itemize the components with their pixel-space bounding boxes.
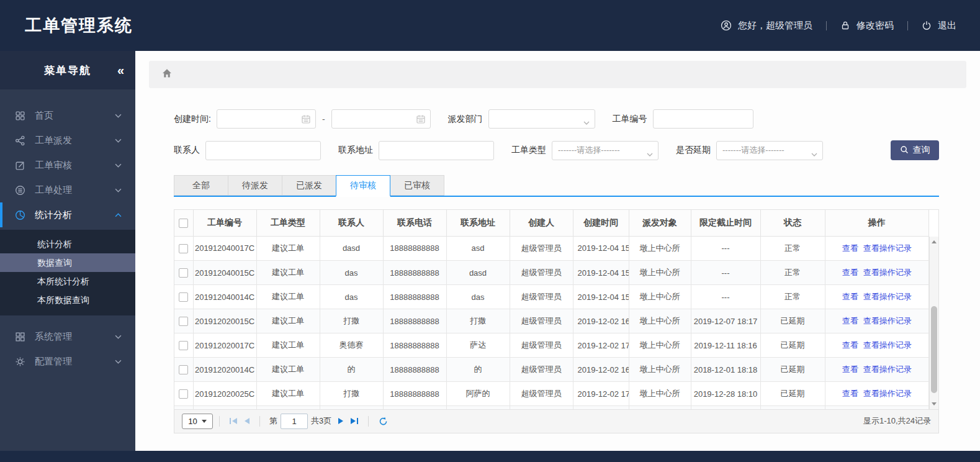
cell-created [573, 406, 629, 409]
sidebar-item-dispatch[interactable]: 工单派发 [0, 128, 135, 153]
view-link[interactable]: 查看 [842, 340, 858, 350]
cell-order-no: 201912020025C [193, 382, 256, 406]
table-scrollbar[interactable] [929, 237, 938, 409]
sidebar-item-stats[interactable]: 统计分析 [0, 202, 135, 227]
collapse-sidebar-button[interactable]: « [117, 63, 123, 78]
cell-phone: 18888888888 [383, 285, 446, 309]
cell-address: 阿萨的 [446, 382, 510, 406]
next-page-button[interactable] [335, 418, 347, 424]
cell-creator [510, 406, 573, 409]
chevron-down-icon [811, 149, 817, 158]
scrollbar-thumb[interactable] [931, 306, 937, 393]
cell-checkbox [174, 382, 193, 406]
row-checkbox[interactable] [179, 268, 188, 278]
cell-deadline: --- [691, 285, 760, 309]
delay-label: 是否延期 [676, 145, 711, 156]
address-input[interactable] [379, 141, 494, 160]
row-checkbox[interactable] [179, 317, 188, 326]
col-header-address: 联系地址 [446, 210, 510, 236]
footer-strip [0, 451, 980, 462]
cell-created: 2019-12-04 15 [573, 261, 629, 285]
sidebar-item-system[interactable]: 系统管理 [0, 324, 135, 349]
end-date-input[interactable] [331, 109, 431, 129]
cell-created: 2019-12-04 15 [573, 285, 629, 309]
chevron-down-icon [115, 360, 122, 364]
order-no-input[interactable] [653, 109, 753, 129]
user-icon [721, 20, 732, 31]
cell-deadline: 2018-12-01 18:18 [691, 358, 760, 382]
sidebar-subitem-office-stats[interactable]: 本所统计分析 [0, 272, 135, 291]
sidebar-submenu: 统计分析 数据查询 本所统计分析 本所数据查询 [0, 230, 135, 315]
sidebar-item-home[interactable]: 首页 [0, 103, 135, 128]
view-log-link[interactable]: 查看操作记录 [863, 316, 912, 325]
sidebar-subitem-office-data-query[interactable]: 本所数据查询 [0, 291, 135, 309]
view-link[interactable]: 查看 [842, 365, 858, 374]
pager-divider [259, 416, 260, 427]
refresh-button[interactable] [375, 417, 392, 426]
view-link[interactable]: 查看 [842, 268, 858, 277]
table-row: 201912040014C建议工单das18888888888das超级管理员2… [174, 285, 929, 309]
cell-target: 墩上中心所 [629, 261, 691, 285]
sidebar-item-config[interactable]: 配置管理 [0, 349, 135, 374]
sidebar-subitem-data-query[interactable]: 数据查询 [0, 253, 135, 272]
tab-all[interactable]: 全部 [174, 175, 228, 196]
scroll-down-arrow[interactable] [930, 399, 938, 409]
view-log-link[interactable]: 查看操作记录 [863, 243, 912, 253]
page-prefix-label: 第 [269, 415, 277, 427]
row-checkbox[interactable] [179, 341, 188, 350]
logout-link[interactable]: 退出 [922, 20, 956, 32]
page-size-select[interactable]: 10 [182, 414, 213, 429]
row-checkbox[interactable] [179, 244, 188, 253]
total-pages-label: 共3页 [311, 415, 331, 427]
cell-contact: 的 [320, 358, 383, 382]
first-page-button[interactable] [226, 418, 241, 424]
tab-pending-review[interactable]: 待审核 [336, 175, 390, 197]
cell-phone: 18888888888 [383, 382, 446, 406]
row-checkbox[interactable] [179, 389, 188, 399]
last-page-button[interactable] [347, 418, 362, 424]
cell-status: 正常 [760, 285, 825, 309]
view-link[interactable]: 查看 [842, 292, 858, 301]
delay-select[interactable]: -------请选择------- [716, 141, 823, 160]
start-date-input[interactable] [217, 109, 316, 129]
prev-page-button[interactable] [241, 418, 253, 424]
scroll-up-arrow[interactable] [930, 237, 938, 247]
user-greeting[interactable]: 您好，超级管理员 [721, 20, 812, 32]
view-log-link[interactable]: 查看操作记录 [863, 340, 912, 350]
contact-input[interactable] [205, 141, 321, 160]
query-button[interactable]: 查询 [891, 140, 939, 160]
select-all-checkbox[interactable] [179, 219, 188, 228]
tab-pending-dispatch[interactable]: 待派发 [228, 175, 282, 196]
tab-dispatched[interactable]: 已派发 [282, 175, 336, 196]
tab-reviewed[interactable]: 已审核 [390, 175, 444, 196]
cell-target [629, 406, 691, 409]
home-icon[interactable] [161, 68, 173, 81]
sidebar-item-process[interactable]: 工单处理 [0, 178, 135, 202]
cell-order-no: 201912040017C [193, 237, 256, 261]
view-link[interactable]: 查看 [842, 243, 858, 253]
row-checkbox[interactable] [179, 292, 188, 302]
table-row: 201912020015C建议工单打撒18888888888打撒超级管理员201… [174, 309, 929, 333]
change-password-link[interactable]: 修改密码 [840, 20, 894, 32]
view-log-link[interactable]: 查看操作记录 [863, 365, 912, 374]
cell-actions: 查看查看操作记录 [825, 358, 929, 382]
sidebar-subitem-stats-analysis[interactable]: 统计分析 [0, 235, 135, 253]
view-log-link[interactable]: 查看操作记录 [863, 268, 912, 277]
grid-icon [15, 331, 26, 342]
chevron-down-icon [115, 163, 122, 168]
view-link[interactable]: 查看 [842, 389, 858, 398]
col-header-order-type: 工单类型 [256, 210, 320, 236]
page-input[interactable] [281, 414, 308, 429]
cell-target: 墩上中心所 [629, 309, 691, 333]
view-link[interactable]: 查看 [842, 316, 858, 325]
order-type-select[interactable]: -------请选择------- [552, 141, 659, 160]
chevron-down-icon [115, 138, 122, 143]
sidebar-item-review[interactable]: 工单审核 [0, 153, 135, 178]
view-log-link[interactable]: 查看操作记录 [863, 292, 912, 301]
row-checkbox[interactable] [179, 365, 188, 374]
table-row: 201912020025C建议工单打撒18888888888阿萨的超级管理员20… [174, 382, 929, 406]
dispatch-dept-select[interactable] [488, 109, 595, 129]
cell-actions: 查看查看操作记录 [825, 309, 929, 333]
view-log-link[interactable]: 查看操作记录 [863, 389, 912, 398]
cell-creator: 超级管理员 [510, 309, 573, 333]
